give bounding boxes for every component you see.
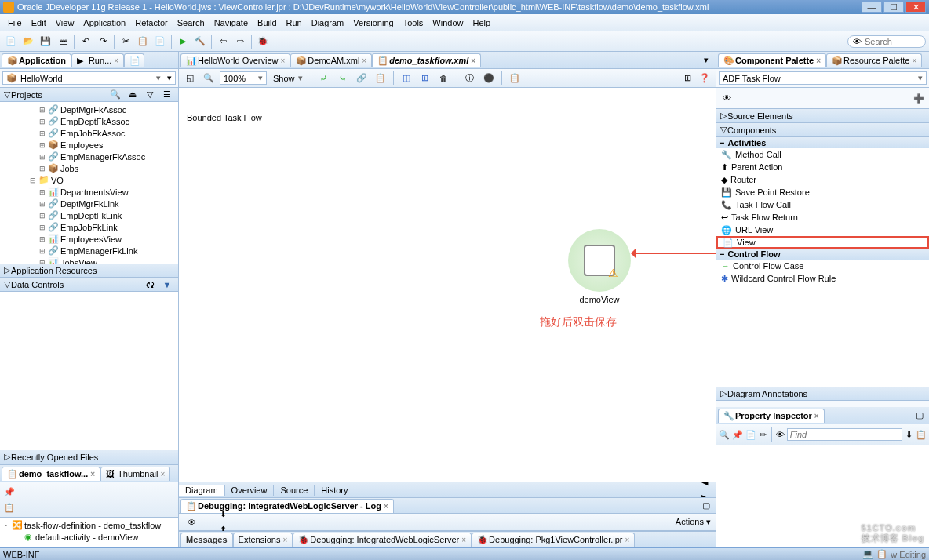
expand-icon[interactable]: ⊞ (38, 106, 46, 114)
tree-node[interactable]: ⊟📁VO (0, 174, 178, 186)
pin-icon[interactable]: 📌 (2, 484, 17, 500)
comp-router[interactable]: ◆Router (716, 173, 929, 186)
cut-button[interactable]: ✂ (118, 34, 133, 49)
build-button[interactable]: 🔨 (192, 34, 208, 49)
run-button[interactable]: ▶ (175, 34, 191, 49)
tree-node[interactable]: ⊞📊JobsView (0, 256, 178, 264)
dc-refresh[interactable]: 🗘 (142, 277, 158, 293)
comp-url-view[interactable]: 🌐URL View (716, 224, 929, 236)
redo-button[interactable]: ↷ (95, 34, 111, 49)
maximize-button[interactable]: ☐ (883, 2, 904, 13)
paste-button[interactable]: 📄 (152, 34, 168, 49)
application-selector[interactable]: 📦 HelloWorld ▾ ▾ (2, 71, 176, 85)
debug-button[interactable]: 🐞 (255, 34, 271, 49)
tree-node[interactable]: ⊞🔗EmpManagerFkAssoc (0, 151, 178, 162)
tree-node[interactable]: ⊞🔗EmpJobFkAssoc (0, 127, 178, 139)
thumbnail-tab[interactable]: 🖼Thumbnail× (100, 467, 170, 481)
expand-icon[interactable]: ⊞ (38, 129, 46, 137)
binoculars-icon[interactable]: 👁 (184, 515, 199, 530)
tool-icon[interactable]: 📋 (2, 500, 17, 515)
ed-tool[interactable]: ◫ (399, 71, 414, 86)
close-icon[interactable]: × (814, 412, 819, 420)
view-node[interactable]: demoView (568, 229, 631, 304)
data-controls-header[interactable]: ▽Data Controls 🗘▼ (0, 278, 178, 292)
structure-node[interactable]: -🔀task-flow-definition - demo_taskflow (0, 519, 178, 531)
global-search[interactable]: 👁 (847, 35, 926, 48)
controlflow-section[interactable]: −Control Flow (716, 249, 929, 260)
project-tree[interactable]: ⊞🔗DeptMgrFkAssoc⊞🔗EmpDeptFkAssoc⊞🔗EmpJob… (0, 102, 178, 264)
menu-tools[interactable]: Tools (399, 16, 428, 29)
close-button[interactable]: ✕ (905, 2, 926, 13)
tab-overview[interactable]: Overview (225, 485, 275, 496)
log-tab[interactable]: 📋Debugging: IntegratedWebLogicServer - L… (180, 499, 394, 513)
menu-navigate[interactable]: Navigate (209, 16, 253, 29)
ed-tool[interactable]: 🗑 (436, 71, 452, 86)
expand-icon[interactable]: ⊞ (38, 200, 46, 208)
close-icon[interactable]: × (160, 470, 165, 478)
tree-node[interactable]: ⊞🔗EmpDeptFkAssoc (0, 115, 178, 127)
tree-node[interactable]: ⊞🔗EmpDeptFkLink (0, 209, 178, 221)
minimize-icon[interactable]: ▢ (912, 408, 927, 424)
ed-tool[interactable]: 📋 (507, 71, 523, 86)
menu-file[interactable]: File (3, 16, 27, 29)
close-icon[interactable]: × (471, 56, 475, 65)
structure-tab[interactable]: 📋demo_taskflow...× (2, 467, 100, 481)
minimize-log-icon[interactable]: ▢ (698, 498, 714, 514)
prop-tool[interactable]: 📄 (745, 427, 756, 442)
ed-tool[interactable]: ⊞ (417, 71, 433, 86)
tree-node[interactable]: ⊞📊DepartmentsView (0, 186, 178, 198)
tree-node[interactable]: ⊞🔗DeptMgrFkLink (0, 198, 178, 209)
proj-tool-4[interactable]: ☰ (159, 87, 175, 103)
expand-icon[interactable]: ⊞ (38, 141, 46, 149)
expand-icon[interactable]: ⊞ (38, 153, 46, 161)
help-icon[interactable]: ❓ (697, 71, 712, 86)
close-icon[interactable]: × (384, 502, 388, 511)
close-icon[interactable]: × (90, 470, 95, 478)
ed-tool[interactable]: ⚫ (481, 71, 497, 86)
zoom-in-icon[interactable]: 🔍 (201, 71, 217, 86)
expand-icon[interactable]: ⊞ (38, 235, 46, 243)
new-button[interactable]: 📄 (3, 34, 19, 49)
pin-icon[interactable]: 📌 (732, 427, 743, 442)
comp-task-flow-return[interactable]: ↩Task Flow Return (716, 211, 929, 224)
copy-button[interactable]: 📋 (135, 34, 151, 49)
comp-save-point[interactable]: 💾Save Point Restore (716, 186, 929, 198)
projects-header[interactable]: ▽ Projects 🔍 ⏏ ▽ ☰ (0, 88, 178, 102)
expand-icon[interactable]: ⊞ (38, 212, 46, 220)
undo-button[interactable]: ↶ (78, 34, 93, 49)
menu-versioning[interactable]: Versioning (348, 16, 398, 29)
source-elements-header[interactable]: ▷Source Elements (716, 109, 929, 123)
tab-history[interactable]: History (315, 485, 355, 496)
msg-tab-messages[interactable]: Messages (180, 533, 233, 547)
dc-filter[interactable]: ▼ (159, 277, 175, 293)
menu-application[interactable]: Application (78, 16, 130, 29)
close-icon[interactable]: × (912, 56, 916, 65)
tab-overview[interactable]: 📊HelloWorld Overview× (180, 53, 290, 67)
annotations-header[interactable]: ▷Diagram Annotations (716, 387, 929, 401)
menu-search[interactable]: Search (173, 16, 209, 29)
show-selector[interactable]: Show▾ (270, 72, 306, 84)
comp-method-call[interactable]: 🔧Method Call (716, 148, 929, 161)
saveall-button[interactable]: 🗃 (55, 34, 71, 49)
comp-control-flow-case[interactable]: →Control Flow Case (716, 260, 929, 272)
msg-tab-debug2[interactable]: 🐞Debugging: Pkg1ViewController.jpr× (472, 533, 635, 547)
close-icon[interactable]: × (282, 536, 287, 544)
activities-section[interactable]: −Activities (716, 137, 929, 148)
msg-tab-ext[interactable]: Extensions× (233, 533, 293, 547)
menu-refactor[interactable]: Refactor (130, 16, 173, 29)
proj-tool-1[interactable]: 🔍 (107, 87, 123, 103)
structure-node[interactable]: ◉default-activity - demoView (0, 531, 178, 543)
components-header[interactable]: ▽Components (716, 123, 929, 137)
tab-taskflow[interactable]: 📋demo_taskflow.xml× (372, 53, 481, 67)
forward-button[interactable]: ⇨ (232, 34, 248, 49)
split-icon[interactable]: ⊞ (679, 71, 695, 86)
palette-category[interactable]: ADF Task Flow▾ (719, 71, 927, 85)
tab-list-icon[interactable]: ▾ (698, 53, 714, 68)
ed-tool[interactable]: 🔗 (354, 71, 370, 86)
msg-tab-debug1[interactable]: 🐞Debugging: IntegratedWebLogicServer× (293, 533, 472, 547)
ed-tool[interactable]: 📋 (373, 71, 388, 86)
tree-node[interactable]: ⊞📦Employees (0, 139, 178, 151)
menu-view[interactable]: View (51, 16, 79, 29)
comp-wildcard[interactable]: ✱Wildcard Control Flow Rule (716, 272, 929, 285)
close-icon[interactable]: × (816, 56, 821, 65)
